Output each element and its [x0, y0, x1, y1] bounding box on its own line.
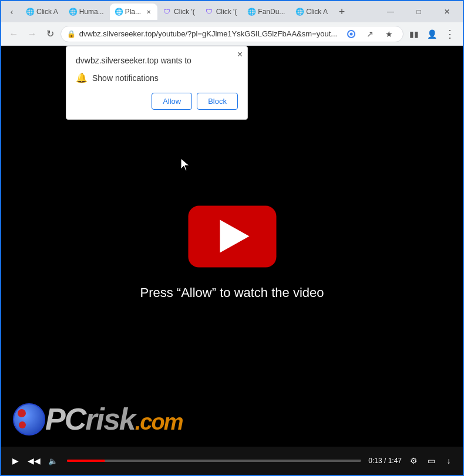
bookmark-button[interactable]: ★ — [381, 26, 397, 42]
logo-ball-icon — [13, 403, 45, 436]
address-bar[interactable]: 🔒 dvwbz.silverseeker.top/youtube/?pl=gKJ… — [60, 26, 404, 42]
play-triangle-icon — [220, 220, 249, 253]
close-button[interactable]: ✕ — [433, 1, 460, 22]
tab-4[interactable]: 🛡 Click '( — [159, 4, 200, 20]
extensions-button[interactable]: ▮▮ — [406, 26, 422, 42]
address-bar-row: ← → ↻ 🔒 dvwbz.silverseeker.top/youtube/?… — [1, 22, 463, 46]
volume-button[interactable]: 🔈 — [46, 454, 60, 468]
permission-text: Show notifications — [92, 73, 159, 83]
browser-menu-button[interactable]: ⋮ — [442, 26, 458, 42]
pcrisk-logo: PCrisk.com — [13, 403, 183, 436]
window-controls: — □ ✕ — [377, 1, 460, 22]
tab5-label: Click '( — [216, 8, 237, 16]
tab3-favicon: 🌐 — [115, 8, 123, 16]
forward-button[interactable]: → — [24, 26, 40, 42]
watermark: PCrisk.com — [1, 396, 463, 443]
profile-button[interactable]: 👤 — [424, 26, 440, 42]
title-bar: ‹ 🌐 Click A 🌐 Huma... 🌐 Pla... ✕ 🛡 Click… — [1, 1, 463, 22]
google-lens-button[interactable] — [343, 26, 359, 42]
browser-frame: ‹ 🌐 Click A 🌐 Huma... 🌐 Pla... ✕ 🛡 Click… — [0, 0, 464, 476]
video-center: Press “Allow” to watch the video — [140, 205, 324, 300]
video-prompt: Press “Allow” to watch the video — [140, 285, 324, 300]
time-separator: / — [384, 457, 388, 465]
popup-close-button[interactable]: × — [237, 50, 243, 59]
time-total: 1:47 — [388, 457, 402, 465]
maximize-button[interactable]: □ — [405, 1, 432, 22]
play-pause-button[interactable]: ▶ — [8, 454, 22, 468]
address-text: dvwbz.silverseeker.top/youtube/?pl=gKJlm… — [79, 29, 337, 38]
tab4-favicon: 🛡 — [163, 8, 172, 16]
minimize-button[interactable]: — — [377, 1, 404, 22]
tab-5[interactable]: 🛡 Click '( — [201, 4, 242, 20]
mouse-cursor — [181, 158, 190, 174]
tab6-label: FanDu... — [258, 8, 285, 16]
tab-2[interactable]: 🌐 Huma... — [64, 4, 109, 20]
block-button[interactable]: Block — [197, 93, 238, 110]
lock-icon: 🔒 — [67, 30, 76, 38]
time-display: 0:13 / 1:47 — [368, 457, 402, 465]
progress-bar[interactable] — [67, 460, 361, 462]
tab4-label: Click '( — [174, 8, 195, 16]
tab-3[interactable]: 🌐 Pla... ✕ — [110, 4, 157, 20]
tab1-favicon: 🌐 — [26, 8, 34, 16]
progress-fill — [67, 460, 105, 462]
download-button[interactable]: ↓ — [442, 454, 456, 468]
popup-title: dvwbz.silverseeker.top wants to — [76, 56, 238, 65]
settings-button[interactable]: ⚙ — [406, 454, 421, 468]
share-button[interactable]: ↗ — [362, 26, 378, 42]
tab-6[interactable]: 🌐 FanDu... — [243, 4, 290, 20]
tab7-favicon: 🌐 — [295, 8, 304, 16]
tab6-favicon: 🌐 — [247, 8, 255, 16]
skip-next-button[interactable]: ◀◀ — [27, 454, 41, 468]
fullscreen-button[interactable]: ▭ — [424, 454, 438, 468]
tab2-favicon: 🌐 — [69, 8, 77, 16]
time-current: 0:13 — [368, 457, 382, 465]
logo-text: PCrisk.com — [45, 404, 183, 434]
tab3-label: Pla... — [125, 8, 141, 16]
svg-marker-2 — [181, 158, 189, 171]
tab3-close[interactable]: ✕ — [144, 8, 153, 16]
notification-popup: × dvwbz.silverseeker.top wants to 🔔 Show… — [66, 46, 248, 120]
popup-buttons: Allow Block — [76, 93, 238, 110]
address-actions: ↗ ★ — [343, 26, 397, 42]
bell-icon: 🔔 — [76, 72, 88, 83]
tab5-favicon: 🛡 — [206, 8, 214, 16]
tab-1[interactable]: 🌐 Click A — [21, 4, 63, 20]
back-button[interactable]: ← — [6, 26, 22, 42]
youtube-play-button[interactable] — [188, 205, 276, 267]
popup-permission: 🔔 Show notifications — [76, 72, 238, 83]
tab7-label: Click A — [306, 8, 328, 16]
right-controls: ⚙ ▭ ↓ — [406, 454, 456, 468]
tab2-label: Huma... — [79, 8, 104, 16]
allow-button[interactable]: Allow — [152, 93, 192, 110]
svg-point-1 — [350, 32, 353, 35]
reload-button[interactable]: ↻ — [42, 26, 58, 42]
new-tab-button[interactable]: + — [334, 4, 350, 20]
tab-scroll-left[interactable]: ‹ — [4, 4, 20, 20]
video-controls: ▶ ◀◀ 🔈 0:13 / 1:47 ⚙ ▭ ↓ — [1, 447, 463, 475]
tab1-label: Click A — [36, 8, 58, 16]
tab-7[interactable]: 🌐 Click A — [291, 4, 332, 20]
content-area: × dvwbz.silverseeker.top wants to 🔔 Show… — [1, 46, 463, 475]
